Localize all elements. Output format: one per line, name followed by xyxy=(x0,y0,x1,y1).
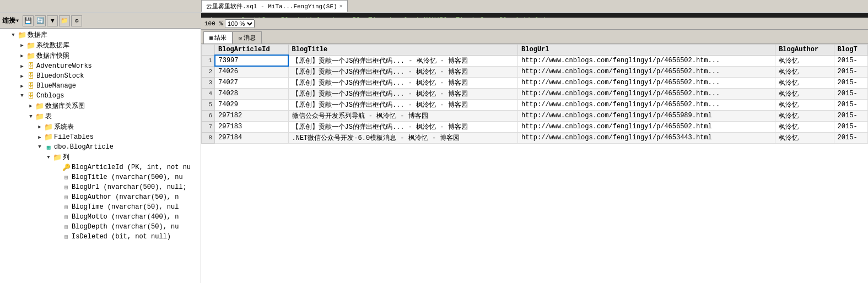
row-1-id[interactable]: 73997 xyxy=(215,55,289,66)
expander-cols[interactable]: ▼ xyxy=(44,153,53,162)
table-row: 7 297183 【原创】贡献一个JS的弹出框代码... - 枫泠忆 - 博客园… xyxy=(202,121,868,132)
sidebar-item-col-url[interactable]: ▤ BlogUrl (nvarchar(500), null; xyxy=(0,182,201,192)
save-button[interactable]: 💾 xyxy=(23,15,34,26)
row-7-time[interactable]: 2015- xyxy=(834,121,867,132)
adventureworks-label: AdventureWorks xyxy=(36,62,92,70)
row-3-id[interactable]: 74027 xyxy=(215,77,289,88)
row-6-id[interactable]: 297182 xyxy=(215,110,289,121)
row-5-title[interactable]: 【原创】贡献一个JS的弹出框代码... - 枫泠忆 - 博客园 xyxy=(288,99,518,110)
sidebar-item-col-author[interactable]: ▤ BlogAuthor (nvarchar(50), n xyxy=(0,192,201,202)
row-2-time[interactable]: 2015- xyxy=(834,66,867,77)
sidebar-item-system-tables[interactable]: ▶ 📁 系统表 xyxy=(0,122,201,132)
row-4-title[interactable]: 【原创】贡献一个JS的弹出框代码... - 枫泠忆 - 博客园 xyxy=(288,88,518,99)
row-8-author[interactable]: 枫泠忆 xyxy=(775,132,834,143)
row-7-id[interactable]: 297183 xyxy=(215,121,289,132)
expander-system-dbs[interactable]: ▶ xyxy=(18,41,26,50)
row-6-url[interactable]: http://www.cnblogs.com/fenglingyi/p/4655… xyxy=(518,110,775,121)
col-blogauthor-header[interactable]: BlogAuthor xyxy=(775,45,834,56)
row-3-author[interactable]: 枫泠忆 xyxy=(775,77,834,88)
sidebar-item-system-dbs[interactable]: ▶ 📁 系统数据库 xyxy=(0,40,201,51)
expander-systables[interactable]: ▶ xyxy=(35,123,44,132)
sidebar-item-col-title[interactable]: ▤ BlogTitle (nvarchar(500), nu xyxy=(0,172,201,182)
results-table-container[interactable]: BlogArticleId BlogTitle BlogUrl BlogAuth… xyxy=(201,44,868,283)
collapse-1[interactable]: ⊟ xyxy=(218,15,225,18)
sidebar-item-col-time[interactable]: ▤ BlogTime (nvarchar(50), nul xyxy=(0,202,201,212)
col-blogarticleid-header[interactable]: BlogArticleId xyxy=(215,45,289,56)
row-4-url[interactable]: http://www.cnblogs.com/fenglingyi/p/4656… xyxy=(518,88,775,99)
row-1-url[interactable]: http://www.cnblogs.com/fenglingyi/p/4656… xyxy=(518,55,775,66)
row-5-id[interactable]: 74029 xyxy=(215,99,289,110)
row-1-time[interactable]: 2015- xyxy=(834,55,867,66)
sidebar-item-col-deleted[interactable]: ▤ IsDeleted (bit, not null) xyxy=(0,232,201,242)
col-blogtime-header[interactable]: BlogT xyxy=(834,45,867,56)
sidebar-item-databases[interactable]: ▼ 📁 数据库 xyxy=(0,30,201,40)
row-8-time[interactable]: 2015- xyxy=(834,132,867,143)
row-3-time[interactable]: 2015- xyxy=(834,77,867,88)
sidebar-item-adventureworks[interactable]: ▶ 🗄 AdventureWorks xyxy=(0,61,201,71)
row-2-title[interactable]: 【原创】贡献一个JS的弹出框代码... - 枫泠忆 - 博客园 xyxy=(288,66,518,77)
row-8-id[interactable]: 297184 xyxy=(215,132,289,143)
sidebar-item-db-diagrams[interactable]: ▶ 📁 数据库关系图 xyxy=(0,101,201,111)
expander-adventureworks[interactable]: ▶ xyxy=(18,62,26,70)
row-3-title[interactable]: 【原创】贡献一个JS的弹出框代码... - 枫泠忆 - 博客园 xyxy=(288,77,518,88)
expander-cnblogs[interactable]: ▼ xyxy=(18,91,26,100)
sidebar-item-cnblogs[interactable]: ▼ 🗄 Cnblogs xyxy=(0,91,201,101)
row-7-url[interactable]: http://www.cnblogs.com/fenglingyi/p/4656… xyxy=(518,121,775,132)
sidebar-item-col-depth[interactable]: ▤ BlogDepth (nvarchar(50), nu xyxy=(0,222,201,232)
col-blogtitle-header[interactable]: BlogTitle xyxy=(288,45,518,56)
expander-tables[interactable]: ▼ xyxy=(26,112,35,121)
row-8-title[interactable]: .NET微信公众号开发-6.0模板消息 - 枫泠忆 - 博客园 xyxy=(288,132,518,143)
sidebar-item-col-motto[interactable]: ▤ BlogMotto (nvarchar(400), n xyxy=(0,212,201,222)
row-7-title[interactable]: 【原创】贡献一个JS的弹出框代码... - 枫泠忆 - 博客园 xyxy=(288,121,518,132)
row-2-url[interactable]: http://www.cnblogs.com/fenglingyi/p/4656… xyxy=(518,66,775,77)
row-5-author[interactable]: 枫泠忆 xyxy=(775,99,834,110)
row-2-author[interactable]: 枫泠忆 xyxy=(775,66,834,77)
row-4-time[interactable]: 2015- xyxy=(834,88,867,99)
sql-editor[interactable]: 1 ⊟ --select*from BlogArticle where Blog… xyxy=(201,13,868,18)
folder-open-button[interactable]: 📁 xyxy=(59,15,70,26)
expander-diagrams[interactable]: ▶ xyxy=(26,102,35,111)
expander-bluedonstock[interactable]: ▶ xyxy=(18,72,26,80)
row-num-2: 2 xyxy=(202,66,215,77)
row-1-title[interactable]: 【原创】贡献一个JS的弹出框代码... - 枫泠忆 - 博客园 xyxy=(288,55,518,66)
sidebar-tree[interactable]: ▼ 📁 数据库 ▶ 📁 系统数据库 ▶ 📁 xyxy=(0,29,201,283)
refresh-button[interactable]: 🔄 xyxy=(35,15,46,26)
filter-button[interactable]: ▼ xyxy=(47,15,58,26)
settings-button[interactable]: ⚙ xyxy=(71,15,82,26)
connect-label[interactable]: 连接▾ xyxy=(2,16,19,25)
row-6-title[interactable]: 微信公众号开发系列导航 - 枫泠忆 - 博客园 xyxy=(288,110,518,121)
row-7-author[interactable]: 枫泠忆 xyxy=(775,121,834,132)
row-8-url[interactable]: http://www.cnblogs.com/fenglingyi/p/4653… xyxy=(518,132,775,143)
tab-close-icon[interactable]: ✕ xyxy=(339,3,343,9)
sidebar-item-filetables[interactable]: ▶ 📁 FileTables xyxy=(0,132,201,142)
row-6-time[interactable]: 2015- xyxy=(834,110,867,121)
sidebar-item-col-id[interactable]: 🔑 BlogArticleId (PK, int, not nu xyxy=(0,162,201,172)
sidebar-item-cols[interactable]: ▼ 📁 列 xyxy=(0,152,201,162)
expander-snapshots[interactable]: ▶ xyxy=(18,52,26,61)
expander-dbo-blog[interactable]: ▼ xyxy=(35,143,44,151)
row-3-url[interactable]: http://www.cnblogs.com/fenglingyi/p/4656… xyxy=(518,77,775,88)
row-4-author[interactable]: 枫泠忆 xyxy=(775,88,834,99)
row-4-id[interactable]: 74028 xyxy=(215,88,289,99)
expander-filetables[interactable]: ▶ xyxy=(35,133,44,142)
row-5-url[interactable]: http://www.cnblogs.com/fenglingyi/p/4656… xyxy=(518,99,775,110)
zoom-select[interactable]: 100 % 150 % 75 % xyxy=(225,19,255,28)
results-tab-messages[interactable]: ✉ 消息 xyxy=(233,31,262,43)
sidebar-item-bluemanage[interactable]: ▶ 🗄 BlueManage xyxy=(0,81,201,91)
row-1-author[interactable]: 枫泠忆 xyxy=(775,55,834,66)
editor-content: 1 ⊟ --select*from BlogArticle where Blog… xyxy=(201,15,868,18)
row-5-time[interactable]: 2015- xyxy=(834,99,867,110)
results-tab-results[interactable]: ▦ 结果 xyxy=(203,31,233,43)
tab-label: 云里雾里软件.sql - MiTa...FengYing(SE) xyxy=(206,2,337,10)
sidebar-item-db-snapshots[interactable]: ▶ 📁 数据库快照 xyxy=(0,51,201,61)
expander-databases[interactable]: ▼ xyxy=(9,31,18,40)
sidebar-item-bluedonstock[interactable]: ▶ 🗄 BluedonStock xyxy=(0,71,201,81)
sql-tab[interactable]: 云里雾里软件.sql - MiTa...FengYing(SE) ✕ xyxy=(201,0,348,12)
row-6-author[interactable]: 枫泠忆 xyxy=(775,110,834,121)
grid-icon: ▦ xyxy=(209,35,213,41)
row-2-id[interactable]: 74026 xyxy=(215,66,289,77)
sidebar-item-tables[interactable]: ▼ 📁 表 xyxy=(0,111,201,122)
sidebar-item-dbo-blog[interactable]: ▼ ▦ dbo.BlogArticle xyxy=(0,142,201,152)
expander-bluemanage[interactable]: ▶ xyxy=(18,81,26,90)
col-blogurl-header[interactable]: BlogUrl xyxy=(518,45,775,56)
